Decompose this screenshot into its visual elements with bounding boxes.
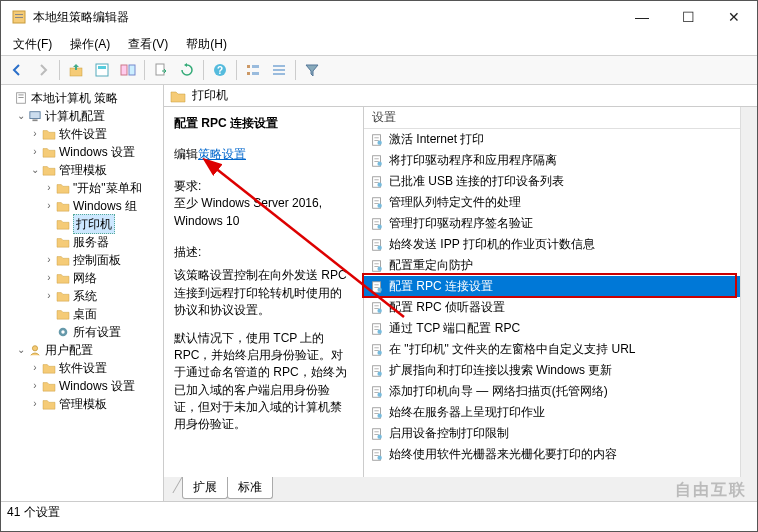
- back-button[interactable]: [5, 58, 29, 82]
- show-hide-button[interactable]: [116, 58, 140, 82]
- tree-windows-settings[interactable]: Windows 设置: [59, 143, 135, 161]
- expand-icon[interactable]: ›: [43, 179, 55, 197]
- edit-policy-link[interactable]: 策略设置: [198, 147, 246, 161]
- tree-admin-templates[interactable]: 管理模板: [59, 161, 107, 179]
- expand-icon[interactable]: ›: [29, 377, 41, 395]
- setting-item[interactable]: 激活 Internet 打印: [364, 129, 740, 150]
- expand-icon[interactable]: ›: [43, 269, 55, 287]
- tree-desktop[interactable]: 桌面: [73, 305, 97, 323]
- setting-item[interactable]: 配置 RPC 侦听器设置: [364, 297, 740, 318]
- folder-icon: [56, 290, 70, 302]
- setting-item[interactable]: 配置 RPC 连接设置: [364, 276, 740, 297]
- properties-button[interactable]: [90, 58, 114, 82]
- tree-all-settings[interactable]: 所有设置: [73, 323, 121, 341]
- tree-software[interactable]: 软件设置: [59, 125, 107, 143]
- help-button[interactable]: ?: [208, 58, 232, 82]
- setting-item[interactable]: 始终在服务器上呈现打印作业: [364, 402, 740, 423]
- collapse-icon[interactable]: ⌄: [15, 107, 27, 125]
- tree-system[interactable]: 系统: [73, 287, 97, 305]
- tree-root[interactable]: 本地计算机 策略: [31, 89, 118, 107]
- filter-button[interactable]: [300, 58, 324, 82]
- svg-rect-8: [156, 64, 164, 75]
- setting-item[interactable]: 添加打印机向导 — 网络扫描页(托管网络): [364, 381, 740, 402]
- setting-item[interactable]: 扩展指向和打印连接以搜索 Windows 更新: [364, 360, 740, 381]
- close-button[interactable]: ✕: [711, 1, 757, 33]
- tree-printers[interactable]: 打印机: [73, 214, 115, 234]
- tab-standard[interactable]: 标准: [227, 477, 273, 499]
- tree-view[interactable]: 本地计算机 策略 ⌄计算机配置 ›软件设置 ›Windows 设置 ⌄管理模板 …: [1, 85, 164, 501]
- svg-point-89: [377, 455, 381, 459]
- setting-item[interactable]: 启用设备控制打印限制: [364, 423, 740, 444]
- setting-item[interactable]: 已批准 USB 连接的打印设备列表: [364, 171, 740, 192]
- policy-item-icon: [370, 238, 384, 252]
- setting-item[interactable]: 管理打印驱动程序签名验证: [364, 213, 740, 234]
- expand-icon[interactable]: ›: [43, 287, 55, 305]
- svg-rect-56: [374, 287, 378, 288]
- tree-user-templates[interactable]: 管理模板: [59, 395, 107, 413]
- settings-list[interactable]: 激活 Internet 打印将打印驱动程序和应用程序隔离已批准 USB 连接的打…: [364, 129, 740, 477]
- up-button[interactable]: [64, 58, 88, 82]
- policy-item-icon: [370, 175, 384, 189]
- policy-item-icon: [370, 280, 384, 294]
- svg-rect-76: [374, 392, 378, 393]
- view-detail-button[interactable]: [267, 58, 291, 82]
- expand-icon[interactable]: ›: [29, 125, 41, 143]
- vertical-scrollbar[interactable]: [740, 107, 757, 477]
- svg-rect-67: [374, 347, 378, 348]
- policy-item-icon: [370, 196, 384, 210]
- setting-item[interactable]: 在 "打印机" 文件夹的左窗格中自定义支持 URL: [364, 339, 740, 360]
- setting-item[interactable]: 配置重定向防护: [364, 255, 740, 276]
- svg-rect-20: [18, 97, 23, 98]
- svg-rect-64: [374, 329, 378, 330]
- tree-windows-comp[interactable]: Windows 组: [73, 197, 137, 215]
- forward-button[interactable]: [31, 58, 55, 82]
- maximize-button[interactable]: ☐: [665, 1, 711, 33]
- setting-item[interactable]: 管理队列特定文件的处理: [364, 192, 740, 213]
- export-button[interactable]: [149, 58, 173, 82]
- policy-item-icon: [370, 301, 384, 315]
- svg-point-25: [32, 346, 37, 351]
- menu-file[interactable]: 文件(F): [9, 34, 56, 55]
- expand-icon[interactable]: ›: [43, 197, 55, 215]
- list-header[interactable]: 设置: [364, 107, 740, 129]
- tree-control-panel[interactable]: 控制面板: [73, 251, 121, 269]
- svg-rect-44: [374, 224, 378, 225]
- minimize-button[interactable]: —: [619, 1, 665, 33]
- tree-network[interactable]: 网络: [73, 269, 97, 287]
- edit-prefix: 编辑: [174, 147, 198, 161]
- expand-icon[interactable]: ›: [29, 143, 41, 161]
- svg-rect-60: [374, 308, 378, 309]
- tab-extended[interactable]: 扩展: [182, 477, 228, 499]
- folder-icon: [56, 200, 70, 212]
- expand-icon[interactable]: ›: [29, 359, 41, 377]
- svg-rect-39: [374, 200, 378, 201]
- refresh-button[interactable]: [175, 58, 199, 82]
- menu-help[interactable]: 帮助(H): [182, 34, 231, 55]
- collapse-icon[interactable]: ⌄: [29, 161, 41, 179]
- menu-action[interactable]: 操作(A): [66, 34, 114, 55]
- svg-rect-16: [273, 69, 285, 71]
- svg-rect-1: [15, 14, 23, 15]
- view-list-button[interactable]: [241, 58, 265, 82]
- setting-item[interactable]: 将打印驱动程序和应用程序隔离: [364, 150, 740, 171]
- expand-icon[interactable]: ›: [29, 395, 41, 413]
- tree-user-windows[interactable]: Windows 设置: [59, 377, 135, 395]
- requirements-text: 至少 Windows Server 2016, Windows 10: [174, 195, 353, 230]
- title-bar: 本地组策略编辑器 — ☐ ✕: [1, 1, 757, 33]
- setting-item[interactable]: 通过 TCP 端口配置 RPC: [364, 318, 740, 339]
- tree-computer-config[interactable]: 计算机配置: [45, 107, 105, 125]
- expand-icon[interactable]: ›: [43, 251, 55, 269]
- tree-user-config[interactable]: 用户配置: [45, 341, 93, 359]
- setting-item[interactable]: 始终使用软件光栅器来光栅化要打印的内容: [364, 444, 740, 465]
- menu-view[interactable]: 查看(V): [124, 34, 172, 55]
- setting-item[interactable]: 始终发送 IPP 打印机的作业页计数信息: [364, 234, 740, 255]
- svg-point-49: [377, 245, 381, 249]
- svg-point-45: [377, 224, 381, 228]
- user-icon: [28, 344, 42, 356]
- tree-start-menu[interactable]: "开始"菜单和: [73, 179, 142, 197]
- svg-point-77: [377, 392, 381, 396]
- tree-user-software[interactable]: 软件设置: [59, 359, 107, 377]
- collapse-icon[interactable]: ⌄: [15, 341, 27, 359]
- policy-item-icon: [370, 364, 384, 378]
- tree-servers[interactable]: 服务器: [73, 233, 109, 251]
